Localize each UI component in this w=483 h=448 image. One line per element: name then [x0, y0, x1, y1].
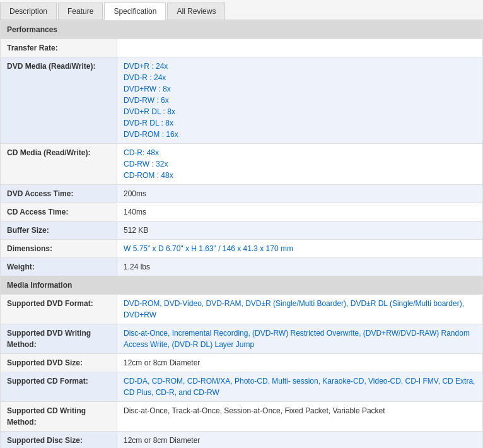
row-value: 140ms	[117, 203, 483, 221]
row-label: Supported DVD Writing Method:	[1, 324, 117, 354]
row-label: Dimensions:	[1, 240, 117, 258]
section-header-label: Media Information	[1, 276, 483, 295]
tab-description[interactable]: Description	[0, 3, 57, 20]
row-label: Supported DVD Format:	[1, 295, 117, 324]
table-row: CD Media (Read/Write):CD-R: 48xCD-RW : 3…	[1, 144, 483, 185]
table-row: Transfer Rate:	[1, 39, 483, 57]
table-row: Supported DVD Writing Method:Disc-at-Onc…	[1, 324, 483, 354]
spec-content: PerformancesTransfer Rate:DVD Media (Rea…	[0, 20, 483, 448]
row-value: Disc-at-Once, Track-at-Once, Session-at-…	[117, 402, 483, 432]
row-value: 200ms	[117, 185, 483, 203]
row-value: 512 KB	[117, 221, 483, 240]
row-value: CD-R: 48xCD-RW : 32xCD-ROM : 48x	[117, 144, 483, 185]
row-label: Supported Disc Size:	[1, 432, 117, 449]
table-row: Supported CD Format:CD-DA, CD-ROM, CD-RO…	[1, 372, 483, 402]
row-value: 12cm or 8cm Diameter	[117, 432, 483, 449]
row-value: DVD-ROM, DVD-Video, DVD-RAM, DVD±R (Sing…	[117, 295, 483, 324]
table-row: Supported Disc Size:12cm or 8cm Diameter	[1, 432, 483, 449]
table-row: DVD Access Time:200ms	[1, 185, 483, 203]
row-label: Supported DVD Size:	[1, 354, 117, 372]
section-header-label: Performances	[1, 21, 483, 39]
table-row: Supported DVD Format:DVD-ROM, DVD-Video,…	[1, 295, 483, 324]
tabs-container: Description Feature Specification All Re…	[0, 0, 483, 20]
row-label: CD Access Time:	[1, 203, 117, 221]
tab-feature[interactable]: Feature	[58, 3, 103, 20]
row-value: 1.24 lbs	[117, 258, 483, 276]
row-value: 12cm or 8cm Diameter	[117, 354, 483, 372]
row-label: Weight:	[1, 258, 117, 276]
row-value	[117, 39, 483, 57]
section-header: Performances	[1, 21, 483, 39]
row-label: Buffer Size:	[1, 221, 117, 240]
row-label: Supported CD Writing Method:	[1, 402, 117, 432]
row-value: W 5.75" x D 6.70" x H 1.63" / 146 x 41.3…	[117, 240, 483, 258]
row-label: Transfer Rate:	[1, 39, 117, 57]
table-row: Buffer Size:512 KB	[1, 221, 483, 240]
row-label: Supported CD Format:	[1, 372, 117, 402]
tab-specification[interactable]: Specification	[104, 3, 166, 20]
table-row: CD Access Time:140ms	[1, 203, 483, 221]
row-value: CD-DA, CD-ROM, CD-ROM/XA, Photo-CD, Mult…	[117, 372, 483, 402]
section-header: Media Information	[1, 276, 483, 295]
row-label: DVD Access Time:	[1, 185, 117, 203]
spec-table: PerformancesTransfer Rate:DVD Media (Rea…	[0, 20, 483, 448]
tab-all-reviews[interactable]: All Reviews	[167, 3, 225, 20]
table-row: Supported CD Writing Method:Disc-at-Once…	[1, 402, 483, 432]
table-row: Dimensions:W 5.75" x D 6.70" x H 1.63" /…	[1, 240, 483, 258]
row-label: DVD Media (Read/Write):	[1, 57, 117, 144]
tab-bar: Description Feature Specification All Re…	[0, 0, 483, 20]
row-value: DVD+R : 24xDVD-R : 24xDVD+RW : 8xDVD-RW …	[117, 57, 483, 144]
row-label: CD Media (Read/Write):	[1, 144, 117, 185]
table-row: DVD Media (Read/Write):DVD+R : 24xDVD-R …	[1, 57, 483, 144]
row-value: Disc-at-Once, Incremental Recording, (DV…	[117, 324, 483, 354]
table-row: Weight:1.24 lbs	[1, 258, 483, 276]
table-row: Supported DVD Size:12cm or 8cm Diameter	[1, 354, 483, 372]
